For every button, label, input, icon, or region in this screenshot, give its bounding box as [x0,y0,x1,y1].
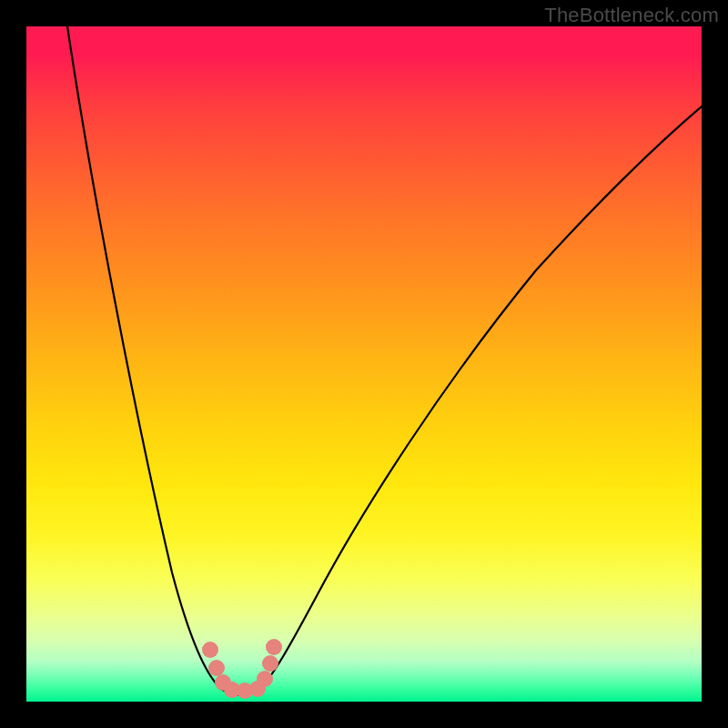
marker-dot [262,655,278,672]
marker-dot [202,642,218,658]
marker-dot [257,671,273,687]
valley-markers [26,26,702,702]
chart-frame: TheBottleneck.com [0,0,728,728]
plot-area [26,26,702,702]
watermark-text: TheBottleneck.com [544,4,719,27]
marker-dot [266,639,282,655]
